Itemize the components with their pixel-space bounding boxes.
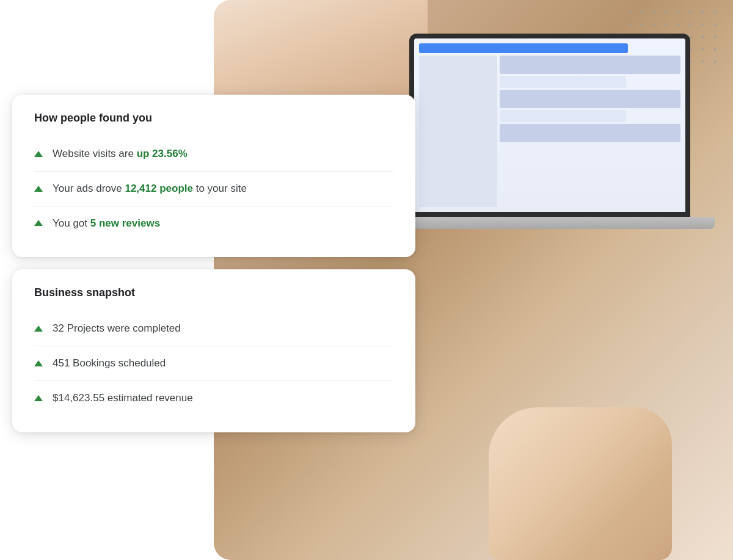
up-arrow-icon <box>34 360 43 366</box>
snapshot-item2-text: 451 Bookings scheduled <box>53 356 166 371</box>
list-item: Your ads drove 12,412 people to your sit… <box>34 172 393 206</box>
list-item: Website visits are up 23.56% <box>34 137 393 172</box>
up-arrow-icon <box>34 220 43 226</box>
up-arrow-icon <box>34 151 43 157</box>
up-arrow-icon <box>34 325 43 332</box>
laptop-image <box>409 34 715 229</box>
list-item: You got 5 new reviews <box>34 206 393 241</box>
top-bleed-image <box>214 0 428 98</box>
how-people-found-you-card: How people found you Website visits are … <box>12 95 415 257</box>
item3-highlight: 5 new reviews <box>90 217 160 229</box>
cards-container: How people found you Website visits are … <box>12 95 415 432</box>
card1-title: How people found you <box>34 112 393 125</box>
up-arrow-icon <box>34 186 43 192</box>
card1-items: Website visits are up 23.56% Your ads dr… <box>34 137 393 240</box>
item1-highlight: up 23.56% <box>137 148 188 159</box>
item1-text: Website visits are up 23.56% <box>53 147 188 161</box>
list-item: 32 Projects were completed <box>34 311 393 346</box>
item2-text: Your ads drove 12,412 people to your sit… <box>53 181 247 196</box>
card2-items: 32 Projects were completed 451 Bookings … <box>34 311 393 415</box>
item2-highlight: 12,412 people <box>125 183 193 194</box>
business-snapshot-card: Business snapshot 32 Projects were compl… <box>12 269 415 432</box>
snapshot-item1-text: 32 Projects were completed <box>53 321 181 336</box>
list-item: 451 Bookings scheduled <box>34 346 393 381</box>
snapshot-item3-text: $14,623.55 estimated revenue <box>53 391 193 405</box>
list-item: $14,623.55 estimated revenue <box>34 381 393 415</box>
hand-overlay <box>489 407 672 560</box>
card2-title: Business snapshot <box>34 286 393 299</box>
up-arrow-icon <box>34 395 43 401</box>
item3-text: You got 5 new reviews <box>53 216 160 231</box>
